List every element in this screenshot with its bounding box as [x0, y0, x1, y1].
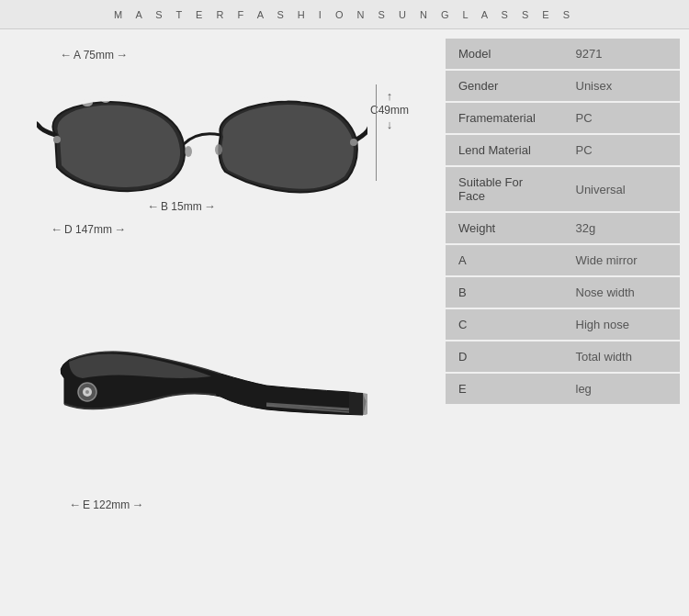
spec-label-3: Lend Material [446, 134, 563, 166]
spec-label-6: A [446, 244, 563, 276]
spec-value-6: Wide mirror [563, 244, 681, 276]
spec-label-9: D [446, 341, 563, 373]
svg-point-0 [82, 99, 93, 106]
dim-d-label: ← D 147mm → [51, 222, 126, 236]
glasses-front-svg [37, 80, 367, 245]
c-vertical-line [376, 84, 377, 181]
glasses-side-svg [37, 342, 367, 461]
spec-value-1: Unisex [563, 70, 681, 102]
dim-d-text: D 147mm [64, 223, 112, 236]
dim-a-text: A 75mm [73, 49, 114, 62]
spec-value-7: Nose width [563, 276, 681, 308]
dim-a-label: ← A 75mm → [60, 48, 128, 62]
spec-value-5: 32g [563, 212, 681, 244]
svg-point-1 [101, 97, 110, 103]
spec-value-9: Total width [563, 341, 681, 373]
arrow-right-e: → [131, 498, 143, 511]
svg-point-8 [185, 146, 192, 157]
svg-point-4 [280, 95, 289, 101]
spec-value-0: 9271 [563, 39, 681, 70]
spec-label-10: E [446, 373, 563, 405]
svg-point-5 [299, 96, 308, 102]
arrow-left-a: ← [60, 48, 72, 62]
spec-row-8: CHigh nose [446, 308, 680, 341]
spec-row-5: Weight32g [446, 212, 680, 244]
spec-label-1: Gender [446, 70, 563, 102]
main-content: ← A 75mm → [0, 29, 689, 616]
spec-value-4: Universal [563, 166, 681, 212]
side-glasses-container: ← E 122mm → [32, 332, 418, 516]
spec-label-4: Suitable For Face [446, 166, 563, 212]
arrow-left-b: ← [147, 199, 159, 213]
dim-b-text: B 15mm [161, 200, 202, 213]
svg-point-9 [215, 144, 222, 155]
spec-row-6: AWide mirror [446, 244, 680, 276]
page-wrapper: M A S T E R F A S H I O N S U N G L A S … [0, 0, 689, 616]
svg-point-6 [53, 136, 61, 143]
svg-point-12 [85, 390, 89, 394]
spec-label-5: Weight [446, 212, 563, 244]
specs-table: Model9271GenderUnisexFramematerialPCLend… [446, 39, 680, 406]
spec-row-1: GenderUnisex [446, 70, 680, 102]
dim-b-label: ← B 15mm → [147, 199, 216, 213]
spec-row-0: Model9271 [446, 39, 680, 70]
arrow-right-b: → [204, 199, 216, 213]
svg-point-2 [119, 95, 129, 101]
spec-label-0: Model [446, 39, 563, 70]
arrow-down-c: ↓ [387, 118, 393, 131]
svg-point-7 [350, 139, 357, 146]
front-glasses-container: ← A 75mm → [32, 39, 418, 323]
spec-row-3: Lend MaterialPC [446, 134, 680, 166]
svg-point-3 [262, 97, 271, 103]
arrow-up-c: ↑ [387, 89, 393, 103]
spec-row-7: BNose width [446, 276, 680, 308]
header-title: M A S T E R F A S H I O N S U N G L A S … [114, 9, 575, 20]
arrow-right-a: → [116, 48, 128, 62]
spec-value-10: leg [563, 373, 681, 405]
spec-label-7: B [446, 276, 563, 308]
spec-value-2: PC [563, 102, 681, 134]
arrow-left-d: ← [51, 222, 62, 236]
spec-row-9: DTotal width [446, 341, 680, 373]
spec-row-10: Eleg [446, 373, 680, 405]
left-panel: ← A 75mm → [0, 29, 441, 616]
spec-value-3: PC [563, 134, 681, 166]
spec-label-2: Framematerial [446, 102, 563, 134]
arrow-right-d: → [114, 222, 126, 236]
arrow-left-e: ← [69, 498, 81, 511]
dim-e-text: E 122mm [83, 498, 130, 511]
header-banner: M A S T E R F A S H I O N S U N G L A S … [0, 0, 689, 29]
spec-row-4: Suitable For FaceUniversal [446, 166, 680, 212]
dim-e-label: ← E 122mm → [69, 498, 143, 511]
spec-row-2: FramematerialPC [446, 102, 680, 134]
right-panel: Model9271GenderUnisexFramematerialPCLend… [441, 29, 689, 616]
spec-value-8: High nose [563, 308, 681, 341]
spec-label-8: C [446, 308, 563, 341]
